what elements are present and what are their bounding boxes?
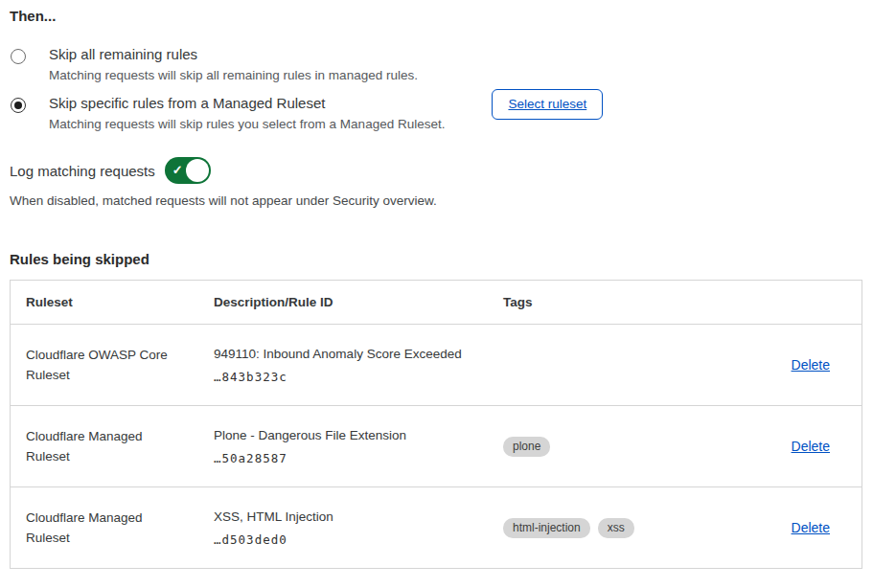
option-label[interactable]: Skip all remaining rules <box>49 46 418 62</box>
log-matching-requests-row: Log matching requests ✓ <box>10 157 862 184</box>
log-toggle-description: When disabled, matched requests will not… <box>10 193 862 208</box>
rules-being-skipped-table: Ruleset Description/Rule ID Tags Cloudfl… <box>10 280 862 569</box>
delete-rule-link[interactable]: Delete <box>792 357 830 373</box>
check-icon: ✓ <box>172 163 183 177</box>
radio-skip-specific-rules[interactable] <box>11 98 26 113</box>
rule-tags: html-injection xss <box>488 518 734 538</box>
rules-being-skipped-heading: Rules being skipped <box>10 251 862 267</box>
ruleset-name: Cloudflare Managed Ruleset <box>11 508 183 548</box>
ruleset-name: Cloudflare OWASP Core Ruleset <box>11 345 183 385</box>
option-description: Matching requests will skip rules you se… <box>49 117 445 131</box>
toggle-knob <box>186 159 209 182</box>
then-heading: Then... <box>10 8 862 24</box>
rule-id: …50a28587 <box>214 451 488 465</box>
tag-pill: html-injection <box>503 518 590 538</box>
table-row: Cloudflare Managed Ruleset XSS, HTML Inj… <box>11 486 862 568</box>
ruleset-name: Cloudflare Managed Ruleset <box>11 426 183 466</box>
rule-description: XSS, HTML Injection <box>214 509 488 524</box>
rule-id: …d503ded0 <box>214 532 488 547</box>
action-radio-group: Skip all remaining rules Matching reques… <box>10 46 862 131</box>
table-row: Cloudflare OWASP Core Ruleset 949110: In… <box>11 324 862 405</box>
table-header-row: Ruleset Description/Rule ID Tags <box>11 281 862 324</box>
rule-description: Plone - Dangerous File Extension <box>214 428 488 442</box>
radio-skip-all-remaining-rules[interactable] <box>11 49 26 64</box>
table-row: Cloudflare Managed Ruleset Plone - Dange… <box>11 405 862 486</box>
option-description: Matching requests will skip all remainin… <box>49 68 418 82</box>
delete-rule-link[interactable]: Delete <box>792 520 830 535</box>
column-header-tags: Tags <box>488 295 734 309</box>
option-skip-specific-rules: Skip specific rules from a Managed Rules… <box>10 95 862 131</box>
rule-id: …843b323c <box>214 370 488 384</box>
option-skip-all-remaining-rules: Skip all remaining rules Matching reques… <box>10 46 862 82</box>
delete-rule-link[interactable]: Delete <box>792 439 830 454</box>
then-action-panel: Then... Skip all remaining rules Matchin… <box>0 0 873 569</box>
tag-pill: plone <box>503 437 550 457</box>
select-ruleset-button[interactable]: Select ruleset <box>492 89 603 120</box>
rule-description: 949110: Inbound Anomaly Score Exceeded <box>214 347 488 361</box>
column-header-ruleset: Ruleset <box>11 295 198 309</box>
rule-tags: plone <box>488 437 734 457</box>
log-matching-requests-toggle[interactable]: ✓ <box>165 157 211 184</box>
option-label[interactable]: Skip specific rules from a Managed Rules… <box>49 95 445 111</box>
log-matching-requests-label: Log matching requests <box>10 163 155 179</box>
column-header-description: Description/Rule ID <box>198 295 488 309</box>
tag-pill: xss <box>598 518 634 538</box>
